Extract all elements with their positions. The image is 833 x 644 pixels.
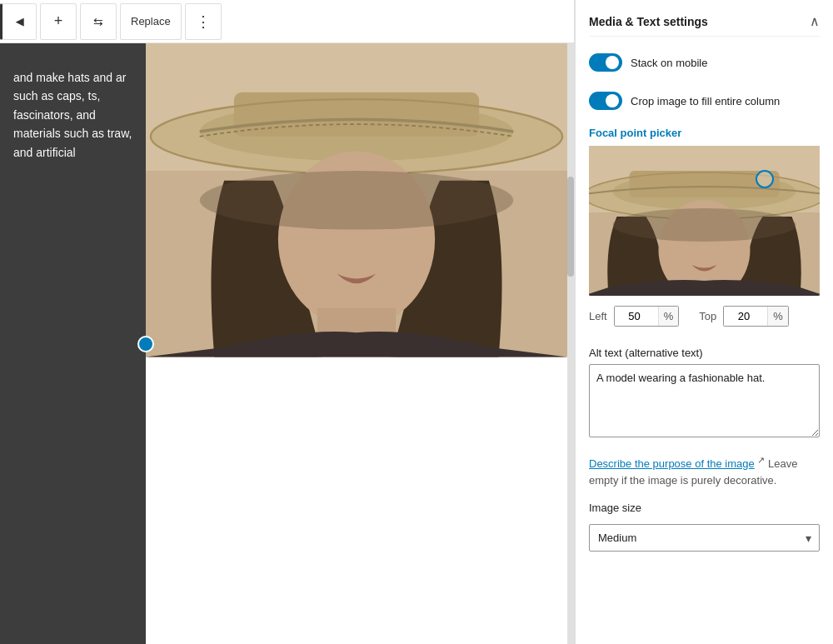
scrollbar	[567, 43, 574, 644]
panel-header: Media & Text settings ∧	[589, 13, 820, 37]
toggle-slider-stack	[589, 53, 622, 72]
scroll-thumb[interactable]	[567, 177, 574, 277]
crop-image-row: Crop image to fill entire column	[589, 88, 820, 113]
focal-point-section: Focal point picker	[589, 127, 820, 333]
media-text-block: and make hats and ar such as caps, ts, f…	[0, 43, 574, 644]
plus-icon: +	[54, 12, 63, 30]
svg-point-16	[613, 208, 796, 242]
top-coord-input-wrap: %	[723, 306, 789, 327]
focal-coords-row: Left % Top %	[589, 306, 820, 327]
focal-point-label: Focal point picker	[589, 127, 820, 139]
stack-on-mobile-row: Stack on mobile	[589, 50, 820, 75]
crop-image-label: Crop image to fill entire column	[631, 95, 780, 107]
image-size-select[interactable]: Thumbnail Medium Large Full Size	[589, 524, 820, 552]
toggle-slider-crop	[589, 92, 622, 110]
svg-point-7	[200, 171, 514, 230]
top-coord-input[interactable]	[724, 307, 767, 326]
hat-image	[146, 43, 567, 357]
describe-purpose-row: Describe the purpose of the image ↗ Leav…	[589, 453, 820, 488]
more-icon: ⋮	[196, 12, 211, 31]
editor-panel: ◀ + ⇆ Replace ⋮ and make hats and ar suc…	[0, 0, 575, 644]
left-coord-input[interactable]	[615, 307, 658, 326]
settings-panel: Media & Text settings ∧ Stack on mobile …	[575, 0, 833, 644]
image-column[interactable]	[146, 43, 567, 644]
describe-purpose-link[interactable]: Describe the purpose of the image	[589, 457, 755, 470]
add-block-button[interactable]: +	[40, 3, 77, 40]
focal-point-dot[interactable]	[756, 170, 774, 188]
top-percent-symbol: %	[767, 307, 788, 326]
text-column: and make hats and ar such as caps, ts, f…	[0, 43, 146, 644]
text-content: and make hats and ar such as caps, ts, f…	[13, 71, 132, 159]
image-size-label: Image size	[589, 502, 820, 514]
link-button[interactable]: ⇆	[80, 3, 117, 40]
focal-picker-image[interactable]	[589, 146, 820, 296]
alt-text-section: Alt text (alternative text) A model wear…	[589, 347, 820, 440]
image-size-select-wrap: Thumbnail Medium Large Full Size ▾	[589, 524, 820, 552]
replace-button[interactable]: Replace	[120, 3, 182, 40]
crop-image-toggle[interactable]	[589, 92, 622, 110]
alt-text-input[interactable]: A model wearing a fashionable hat.	[589, 364, 820, 437]
image-size-section: Image size Thumbnail Medium Large Full S…	[589, 502, 820, 552]
left-percent-symbol: %	[658, 307, 679, 326]
left-coord-input-wrap: %	[614, 306, 680, 327]
panel-title: Media & Text settings	[589, 15, 708, 28]
external-link-icon: ↗	[757, 455, 765, 465]
top-label: Top	[699, 310, 716, 322]
link-icon: ⇆	[93, 15, 103, 28]
back-icon: ◀	[16, 16, 23, 27]
more-options-button[interactable]: ⋮	[185, 3, 222, 40]
alt-text-label: Alt text (alternative text)	[589, 347, 820, 359]
focal-point-handle[interactable]	[137, 336, 154, 352]
replace-label: Replace	[131, 15, 171, 27]
stack-on-mobile-label: Stack on mobile	[631, 57, 708, 69]
back-button[interactable]: ◀	[0, 3, 37, 40]
block-toolbar: ◀ + ⇆ Replace ⋮	[0, 0, 574, 43]
stack-on-mobile-toggle[interactable]	[589, 53, 622, 72]
focal-picker-hat-image	[589, 146, 820, 296]
collapse-icon[interactable]: ∧	[810, 13, 820, 29]
left-label: Left	[589, 310, 607, 322]
